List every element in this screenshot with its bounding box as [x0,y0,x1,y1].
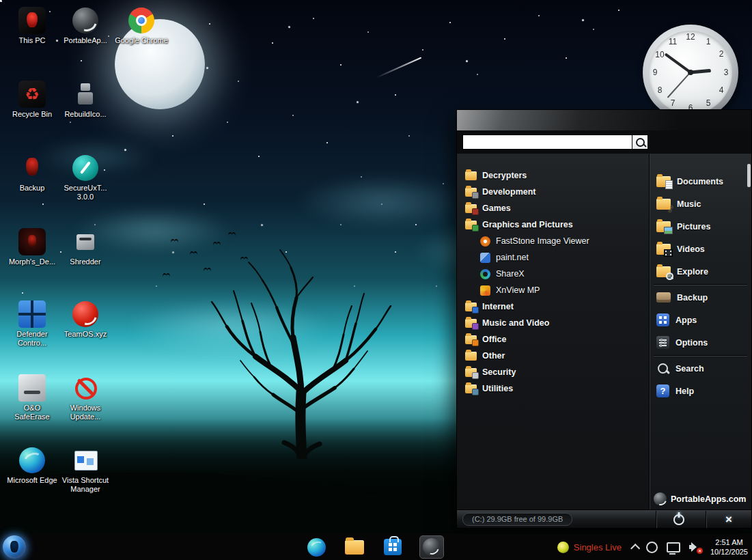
bird-silhouette [171,238,180,242]
menu-item-options[interactable]: Options [650,331,751,354]
xnview-icon [480,285,490,296]
tray-clock[interactable]: 2:51 AM 10/12/2025 [710,537,748,557]
portableapps-menu-window: Decrypters Development Games Graphics an… [456,109,752,529]
desktop-icon-secureux[interactable]: SecureUxT... 3.0.0 [59,154,112,201]
volume-muted-icon[interactable]: × [689,542,701,552]
desktop-icon-teamos[interactable]: TeamOS.xyz [59,300,112,339]
recycle-bin-icon: ♻ [18,81,46,108]
taskbar-portableapps-button[interactable] [419,535,444,559]
menu-app-faststone[interactable]: FastStone Image Viewer [457,233,649,249]
menu-item-explore[interactable]: Explore [650,260,751,283]
menu-item-label: Internet [482,302,514,311]
folder-icon [465,319,477,328]
menu-statusbar: (C:) 29.9GB free of 99.9GB × [457,509,751,528]
taskbar-pinned-icons [305,534,444,560]
utilities-emblem-icon [472,389,479,395]
menu-item-label: Music and Video [482,318,549,328]
options-sliders-icon [656,336,669,349]
menu-item-label: Security [482,367,516,377]
desktop-icon-rebuildico[interactable]: RebuildIco... [59,81,112,119]
tray-singles-live[interactable]: Singles Live [557,542,622,553]
menu-item-pictures[interactable]: Pictures [650,215,751,238]
tray-date: 10/12/2025 [710,547,748,557]
desktop-icon-portableapps[interactable]: PortableAp... [59,7,112,45]
clock-number: 3 [724,68,729,77]
desktop-icon-microsoft-edge[interactable]: Microsoft Edge [5,447,59,485]
taskbar-file-explorer-button[interactable] [343,535,366,559]
clock-number: 5 [706,98,711,108]
menu-body: Decrypters Development Games Graphics an… [457,154,751,510]
desktop-icon-label: This PC [5,36,59,45]
folder-icon [465,221,477,229]
menu-item-backup[interactable]: Backup [650,286,751,309]
desktop-icon-recycle-bin[interactable]: ♻ Recycle Bin [5,81,59,119]
menu-item-documents[interactable]: Documents [650,170,751,193]
paintnet-icon [480,253,490,263]
menu-category-utilities[interactable]: Utilities [457,380,649,397]
menu-item-music[interactable]: ♪ Music [650,193,751,215]
chrome-icon [128,8,154,33]
menu-app-sharex[interactable]: ShareX [457,266,649,282]
menu-category-office[interactable]: Office [457,331,649,348]
menu-item-search[interactable]: Search [650,357,751,380]
menu-search [462,135,648,150]
start-button[interactable] [3,535,26,559]
menu-title-bar[interactable] [457,110,751,130]
close-icon: × [725,514,732,525]
taskbar-store-button[interactable] [381,535,404,559]
menu-category-decrypters[interactable]: Decrypters [457,167,649,184]
portableapps-icon [72,8,98,33]
desktop-icon-label: Google Chrome [115,36,168,45]
taskbar-edge-button[interactable] [305,535,328,559]
menu-app-paintnet[interactable]: paint.net [457,249,649,266]
desktop-icon-shredder[interactable]: Shredder [59,228,112,266]
menu-category-games[interactable]: Games [457,200,649,216]
portableapps-brand-link[interactable]: PortableApps.com [654,492,746,505]
desktop-icon-label: Recycle Bin [5,110,59,119]
desktop-icon-windows-update[interactable]: Windows Update... [59,374,112,421]
menu-item-videos[interactable]: Videos [650,238,751,260]
menu-category-other[interactable]: Other [457,348,649,364]
help-icon: ? [656,384,669,397]
menu-item-label: Videos [677,244,705,254]
menu-item-label: Office [482,335,506,344]
menu-category-graphics-and-pictures[interactable]: Graphics and Pictures [457,216,649,233]
desktop-icon-vista-shortcut-manager[interactable]: Vista Shortcut Manager [59,447,112,494]
desktop-icon-google-chrome[interactable]: Google Chrome [115,7,168,45]
desktop-icon-oo-safeerase[interactable]: O&O SafeErase [5,374,59,421]
desktop-icon-label: Microsoft Edge [5,476,59,485]
folder-icon [465,204,477,213]
pictures-folder-icon [656,221,671,232]
explore-folder-icon [656,266,671,277]
menu-category-internet[interactable]: Internet [457,298,649,315]
search-button[interactable] [632,135,648,150]
menu-category-music-and-video[interactable]: Music and Video [457,315,649,331]
desktop-icon-this-pc[interactable]: This PC [5,7,59,45]
clock-number: 10 [655,50,664,59]
menu-separator [654,284,747,285]
menu-scrollbar-thumb[interactable] [747,164,751,187]
sharex-icon [480,269,490,279]
volume-error-badge-icon: × [697,548,703,554]
menu-category-security[interactable]: Security [457,364,649,380]
network-icon[interactable] [667,542,680,552]
morphs-icon [18,228,46,255]
hidden-icons-chevron-icon[interactable] [630,544,640,553]
search-input[interactable] [462,135,632,150]
menu-item-label: Graphics and Pictures [482,220,573,229]
menu-item-help[interactable]: ? Help [650,380,751,402]
menu-item-label: ShareX [496,269,525,279]
tray-app-circle-icon[interactable] [646,542,658,553]
desktop-icon-defender-control[interactable]: Defender Contro... [5,300,59,348]
clock-widget[interactable]: 12 1 2 3 4 5 6 7 8 9 10 11 [643,25,738,120]
menu-app-xnview[interactable]: XnView MP [457,282,649,298]
power-button[interactable] [656,511,701,528]
desktop-icon-morphs[interactable]: Morph's_De... [5,228,59,266]
desktop-icon-backup[interactable]: Backup [5,154,59,193]
film-emblem-icon [664,249,673,257]
file-explorer-icon [345,540,364,555]
menu-item-apps[interactable]: Apps [650,309,751,331]
menu-category-development[interactable]: Development [457,184,649,200]
folder-icon [465,303,477,311]
menu-close-button[interactable]: × [706,511,751,528]
